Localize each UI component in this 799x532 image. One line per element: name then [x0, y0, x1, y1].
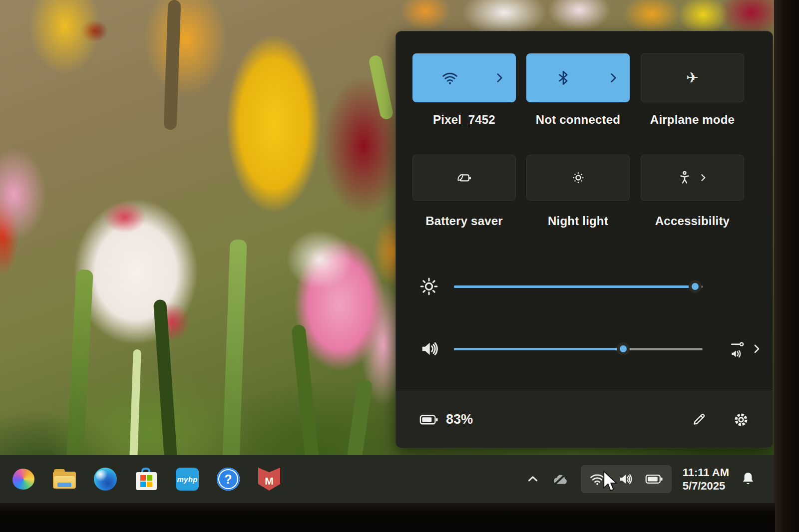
bluetooth-expand-chevron-icon[interactable]	[607, 71, 620, 84]
mouse-cursor	[602, 471, 619, 493]
taskbar-myhp-icon[interactable]: myhp	[176, 468, 199, 491]
wallpaper-stem	[163, 0, 181, 130]
wifi-expand-chevron-icon[interactable]	[493, 71, 506, 84]
taskbar: myhp ? M	[0, 455, 775, 503]
tray-notification-bell-icon[interactable]	[740, 471, 756, 488]
volume-slider-fill	[454, 348, 623, 350]
taskbar-get-help-icon[interactable]: ?	[217, 468, 240, 491]
quick-settings-panel: ✈ Pixel_7452 Not connected Airplane mode	[396, 31, 773, 448]
airplane-icon: ✈	[686, 70, 699, 85]
tray-time: 11:11 AM	[683, 466, 729, 479]
airplane-tile-label: Airplane mode	[641, 113, 744, 127]
system-tray: 11:11 AM 5/7/2025	[526, 465, 775, 493]
brightness-slider-fill	[454, 285, 695, 288]
airplane-mode-tile[interactable]: ✈	[641, 53, 744, 102]
brightness-slider-thumb[interactable]	[689, 280, 702, 293]
bluetooth-tile-label: Not connected	[526, 113, 630, 127]
tray-show-hidden-icons-chevron[interactable]	[526, 472, 540, 486]
brightness-slider[interactable]	[454, 285, 703, 288]
battery-saver-tile[interactable]	[412, 155, 516, 201]
accessibility-expand-chevron-icon	[698, 173, 708, 183]
taskbar-microsoft-store-icon[interactable]	[135, 468, 158, 491]
accessibility-tile[interactable]	[641, 155, 744, 201]
wallpaper-stem	[221, 240, 247, 490]
tray-quick-settings-group[interactable]	[581, 465, 672, 493]
brightness-slider-row	[396, 271, 774, 301]
battery-saver-icon	[455, 170, 473, 185]
night-light-tile-label: Night light	[526, 214, 630, 228]
night-light-tile[interactable]	[526, 155, 630, 201]
tray-clock[interactable]: 11:11 AM 5/7/2025	[683, 466, 729, 493]
tray-date: 5/7/2025	[683, 479, 726, 493]
wifi-icon	[441, 69, 458, 86]
settings-gear-icon[interactable]	[733, 411, 750, 428]
wifi-tile-label: Pixel_7452	[412, 113, 516, 127]
laptop-bezel-right	[774, 0, 799, 532]
screen: ✈ Pixel_7452 Not connected Airplane mode	[0, 0, 799, 532]
wifi-tile[interactable]	[412, 53, 516, 102]
quick-settings-footer: 83%	[396, 391, 773, 448]
tray-battery-icon[interactable]	[645, 473, 663, 486]
taskbar-edge-icon[interactable]	[94, 468, 117, 491]
tray-onedrive-offline-cloud-icon[interactable]	[551, 472, 570, 487]
bluetooth-icon	[555, 70, 571, 86]
battery-saver-tile-label: Battery saver	[412, 214, 516, 228]
audio-output-device-icon[interactable]	[730, 339, 747, 358]
taskbar-app-icons: myhp ? M	[0, 468, 281, 491]
taskbar-copilot-icon[interactable]	[12, 468, 35, 491]
accessibility-tile-label: Accessibility	[641, 214, 744, 228]
brightness-sun-icon	[419, 276, 439, 296]
volume-speaker-icon	[419, 339, 439, 359]
taskbar-file-explorer-icon[interactable]	[53, 468, 76, 491]
volume-slider-row	[396, 334, 774, 364]
tray-volume-icon[interactable]	[617, 472, 633, 487]
battery-percent-label: 83%	[446, 412, 473, 427]
audio-output-chevron-icon[interactable]	[751, 343, 763, 355]
volume-slider-thumb[interactable]	[617, 342, 630, 355]
wallpaper-stem	[65, 269, 93, 479]
wallpaper-stem	[368, 54, 394, 121]
battery-icon	[419, 413, 439, 426]
taskbar-mcafee-icon[interactable]: M	[258, 468, 281, 491]
bluetooth-tile[interactable]	[526, 53, 630, 102]
accessibility-person-icon	[677, 170, 692, 185]
laptop-bezel-bottom	[0, 503, 775, 532]
battery-status[interactable]: 83%	[419, 412, 473, 427]
night-light-icon	[570, 170, 586, 186]
edit-quick-settings-pencil-icon[interactable]	[691, 412, 707, 428]
volume-slider[interactable]	[454, 348, 703, 350]
